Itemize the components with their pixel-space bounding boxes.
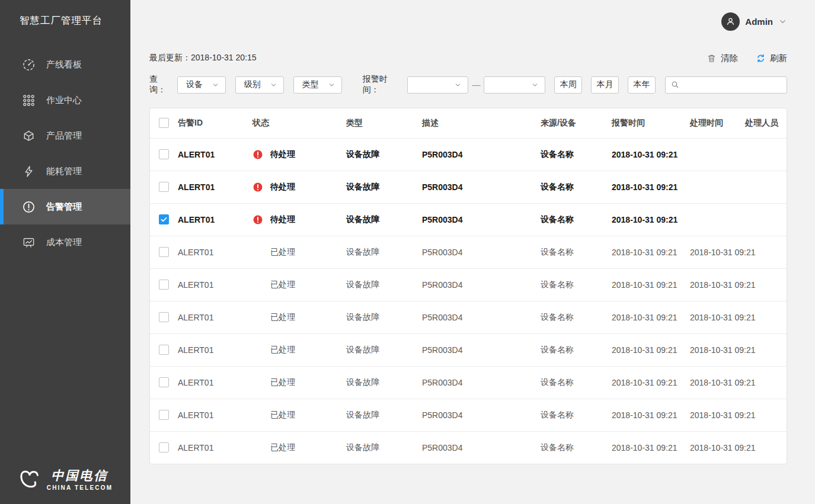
table-row[interactable]: ALERT01 待处理 设备故障 P5R003D4 设备名称 2018-10-3… <box>150 138 787 171</box>
cell-handle-time: 2018-10-31 09:21 <box>690 248 745 257</box>
cell-source: 设备名称 <box>541 182 612 192</box>
cell-status: 待处理 <box>253 214 346 225</box>
table-actions: 清除 刷新 <box>707 53 787 64</box>
level-select[interactable]: 级别 <box>235 76 284 94</box>
cell-alarm-time: 2018-10-31 09:21 <box>612 378 690 387</box>
sidebar-item-energy-mgmt[interactable]: 能耗管理 <box>0 153 130 189</box>
avatar <box>721 12 740 31</box>
sidebar-menu: 产线看板 作业中心 产品管理 能耗管理 告警管理 成本管理 <box>0 47 130 260</box>
row-checkbox[interactable] <box>159 312 169 322</box>
col-handle-time: 处理时间 <box>690 118 745 129</box>
row-checkbox[interactable] <box>159 214 169 224</box>
clear-button-label: 清除 <box>721 53 738 64</box>
main-content: Admin 最后更新：2018-10-31 20:15 清除 刷新 查询： 设备… <box>130 0 815 504</box>
cell-type: 设备故障 <box>346 149 422 160</box>
cell-type: 设备故障 <box>346 442 422 453</box>
sidebar-item-work-center[interactable]: 作业中心 <box>0 82 130 118</box>
cell-alert-id: ALERT01 <box>178 345 253 355</box>
cell-alert-id: ALERT01 <box>178 280 253 290</box>
row-checkbox[interactable] <box>159 149 169 159</box>
cell-alert-id: ALERT01 <box>178 248 253 257</box>
clear-button[interactable]: 清除 <box>707 53 738 64</box>
china-telecom-logo-icon <box>18 467 41 491</box>
cell-alarm-time: 2018-10-31 09:21 <box>612 280 690 290</box>
row-checkbox[interactable] <box>159 410 169 420</box>
device-select[interactable]: 设备 <box>177 76 226 94</box>
table-row[interactable]: ALERT01 已处理 设备故障 P5R003D4 设备名称 2018-10-3… <box>150 399 787 431</box>
col-handler: 处理人员 <box>745 118 782 129</box>
last-update: 最后更新：2018-10-31 20:15 <box>149 53 257 63</box>
user-name: Admin <box>745 17 773 27</box>
this-week-button[interactable]: 本周 <box>554 76 582 94</box>
table-row[interactable]: ALERT01 已处理 设备故障 P5R003D4 设备名称 2018-10-3… <box>150 301 787 333</box>
sidebar-item-product-mgmt[interactable]: 产品管理 <box>0 118 130 153</box>
table-row[interactable]: ALERT01 已处理 设备故障 P5R003D4 设备名称 2018-10-3… <box>150 236 787 268</box>
cell-status: 已处理 <box>253 442 346 453</box>
cell-alarm-time: 2018-10-31 09:21 <box>612 410 690 420</box>
cell-handle-time: 2018-10-31 09:21 <box>690 313 745 322</box>
cube-icon <box>22 129 36 143</box>
alert-exclaim-icon <box>253 149 263 160</box>
table-header: 告警ID 状态 类型 描述 来源/设备 报警时间 处理时间 处理人员 <box>150 108 787 138</box>
cell-source: 设备名称 <box>541 280 612 290</box>
col-source: 来源/设备 <box>541 118 612 129</box>
search-box <box>665 76 787 94</box>
refresh-button-label: 刷新 <box>770 53 787 64</box>
table-row[interactable]: ALERT01 已处理 设备故障 P5R003D4 设备名称 2018-10-3… <box>150 268 787 301</box>
row-checkbox[interactable] <box>159 247 169 257</box>
search-input[interactable] <box>683 80 791 89</box>
chevron-down-icon <box>328 81 335 89</box>
user-menu[interactable]: Admin <box>721 12 787 31</box>
row-checkbox[interactable] <box>159 442 169 452</box>
chevron-down-icon <box>531 81 539 89</box>
last-update-label: 最后更新： <box>149 53 191 62</box>
row-checkbox[interactable] <box>159 182 169 192</box>
row-checkbox[interactable] <box>159 280 169 290</box>
cell-alert-id: ALERT01 <box>178 378 253 387</box>
date-to-select[interactable] <box>484 76 545 94</box>
cell-alert-id: ALERT01 <box>178 410 253 420</box>
table-row[interactable]: ALERT01 已处理 设备故障 P5R003D4 设备名称 2018-10-3… <box>150 431 787 464</box>
cell-source: 设备名称 <box>541 247 612 258</box>
cell-status: 已处理 <box>253 280 346 290</box>
table-row[interactable]: ALERT01 已处理 设备故障 P5R003D4 设备名称 2018-10-3… <box>150 333 787 366</box>
select-all-checkbox[interactable] <box>159 118 169 128</box>
table-row[interactable]: ALERT01 待处理 设备故障 P5R003D4 设备名称 2018-10-3… <box>150 171 787 203</box>
refresh-button[interactable]: 刷新 <box>756 53 787 64</box>
cell-type: 设备故障 <box>346 312 422 323</box>
alert-exclaim-icon <box>253 182 263 192</box>
sidebar: 智慧工厂管理平台 产线看板 作业中心 产品管理 能耗管理 告警管理 成本管理 中… <box>0 0 130 504</box>
col-alert-id: 告警ID <box>178 118 253 129</box>
brand-logo: 中国电信 CHINA TELECOM <box>0 467 130 491</box>
this-year-button[interactable]: 本年 <box>628 76 656 94</box>
cell-handle-time: 2018-10-31 09:21 <box>690 410 745 420</box>
alarm-time-label: 报警时间： <box>363 74 404 95</box>
cell-status: 待处理 <box>253 182 346 192</box>
sidebar-item-cost-mgmt[interactable]: 成本管理 <box>0 224 130 260</box>
sidebar-item-alert-mgmt[interactable]: 告警管理 <box>0 189 130 224</box>
last-update-value: 2018-10-31 20:15 <box>191 53 257 62</box>
this-month-button[interactable]: 本月 <box>591 76 619 94</box>
cell-type: 设备故障 <box>346 214 422 225</box>
cell-alarm-time: 2018-10-31 09:21 <box>612 443 690 452</box>
cell-description: P5R003D4 <box>422 182 541 192</box>
cell-handle-time: 2018-10-31 09:21 <box>690 443 745 452</box>
cell-status: 已处理 <box>253 345 346 355</box>
sidebar-item-production-board[interactable]: 产线看板 <box>0 47 130 82</box>
col-status: 状态 <box>253 118 346 129</box>
search-icon <box>670 80 680 89</box>
row-checkbox[interactable] <box>159 377 169 387</box>
cell-type: 设备故障 <box>346 280 422 290</box>
row-checkbox[interactable] <box>159 345 169 355</box>
type-select[interactable]: 类型 <box>293 76 342 94</box>
date-from-select[interactable] <box>407 76 469 94</box>
grid-icon <box>22 94 36 107</box>
cell-status: 已处理 <box>253 377 346 388</box>
cell-description: P5R003D4 <box>422 378 541 387</box>
cell-description: P5R003D4 <box>422 215 541 224</box>
cell-alert-id: ALERT01 <box>178 443 253 452</box>
chevron-down-icon <box>212 81 219 89</box>
cell-source: 设备名称 <box>541 345 612 355</box>
table-row[interactable]: ALERT01 已处理 设备故障 P5R003D4 设备名称 2018-10-3… <box>150 366 787 399</box>
table-row[interactable]: ALERT01 待处理 设备故障 P5R003D4 设备名称 2018-10-3… <box>150 203 787 236</box>
